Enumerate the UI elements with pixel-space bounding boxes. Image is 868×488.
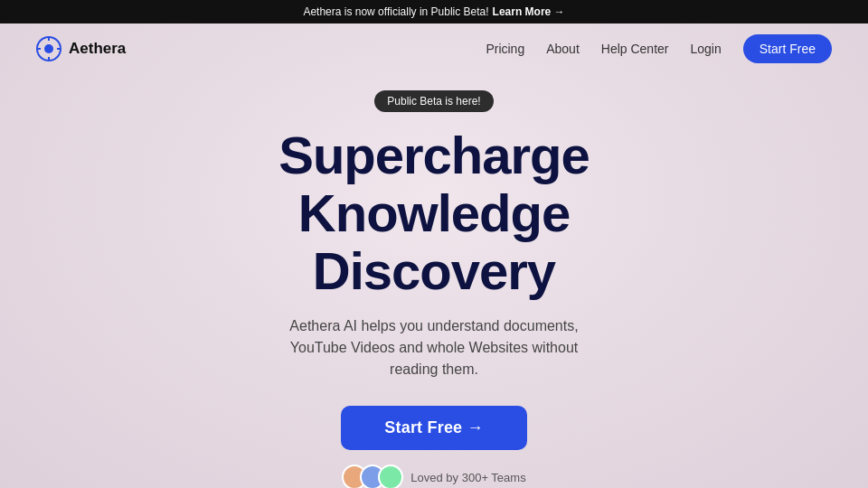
social-proof: Loved by 300+ Teams [342, 465, 525, 488]
logo-icon [36, 36, 61, 61]
hero-section: Public Beta is here! Supercharge Knowled… [0, 74, 868, 488]
nav-about[interactable]: About [546, 42, 580, 56]
hero-subtitle: Aethera AI helps you understand document… [271, 315, 597, 380]
beta-badge: Public Beta is here! [374, 90, 493, 112]
nav-help[interactable]: Help Center [601, 42, 669, 56]
banner-link[interactable]: Learn More → [493, 5, 565, 18]
hero-title-line2: Knowledge [298, 183, 570, 242]
hero-title: Supercharge Knowledge Discovery [278, 127, 590, 299]
top-banner: Aethera is now officially in Public Beta… [0, 0, 868, 23]
nav-pricing[interactable]: Pricing [486, 42, 524, 56]
nav-start-free-button[interactable]: Start Free [743, 34, 832, 63]
avatar-group [342, 465, 403, 488]
hero-title-line1: Supercharge [278, 126, 590, 184]
nav-links: Pricing About Help Center [486, 41, 668, 57]
svg-point-1 [44, 44, 53, 53]
logo[interactable]: Aethera [36, 36, 126, 61]
banner-text: Aethera is now officially in Public Beta… [303, 5, 488, 18]
social-proof-text: Loved by 300+ Teams [410, 471, 525, 484]
avatar-3 [378, 465, 403, 488]
navbar: Aethera Pricing About Help Center Login … [0, 23, 868, 74]
logo-text: Aethera [69, 40, 126, 58]
hero-title-line3: Discovery [313, 241, 555, 300]
nav-right: Pricing About Help Center Login Start Fr… [486, 34, 832, 63]
hero-cta-button[interactable]: Start Free → [341, 406, 526, 450]
login-button[interactable]: Login [690, 42, 721, 56]
